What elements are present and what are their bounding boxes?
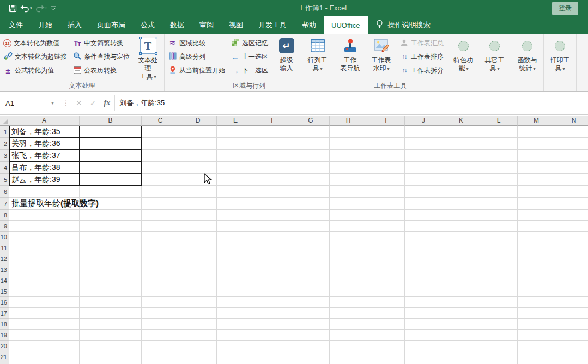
cell-K21[interactable] xyxy=(442,351,480,362)
cell-E10[interactable] xyxy=(217,232,254,242)
cell-F21[interactable] xyxy=(254,351,292,362)
ribbon-big-button-工作表水印[interactable]: 工作表水印▾ xyxy=(368,35,394,73)
cell-K15[interactable] xyxy=(442,286,480,297)
cell-K11[interactable] xyxy=(442,242,480,253)
cell-D1[interactable] xyxy=(179,126,217,138)
tab-公式[interactable]: 公式 xyxy=(133,16,162,34)
cell-K14[interactable] xyxy=(442,275,480,286)
cell-E9[interactable] xyxy=(217,221,254,232)
cell-B21[interactable] xyxy=(80,351,142,362)
cell-M1[interactable] xyxy=(518,126,555,138)
cell-M10[interactable] xyxy=(518,232,555,242)
cell-D17[interactable] xyxy=(179,308,217,319)
cell-A6[interactable] xyxy=(9,186,80,198)
cell-D12[interactable] xyxy=(179,253,217,264)
cell-B1[interactable] xyxy=(80,126,142,138)
cell-J5[interactable] xyxy=(405,174,442,186)
cell-N9[interactable] xyxy=(555,221,588,232)
column-header-C[interactable]: C xyxy=(142,116,179,126)
cell-D15[interactable] xyxy=(179,286,217,297)
column-header-H[interactable]: H xyxy=(330,116,367,126)
cell-I5[interactable] xyxy=(367,174,405,186)
cell-L11[interactable] xyxy=(480,242,518,253)
ribbon-big-button-文本处理工具[interactable]: T文本处理工具▾ xyxy=(135,35,161,81)
row-header-13[interactable]: 13 xyxy=(0,264,9,275)
cell-M18[interactable] xyxy=(518,319,555,330)
cell-H16[interactable] xyxy=(330,297,367,308)
cell-D19[interactable] xyxy=(179,330,217,341)
ribbon-button-下一选区[interactable]: →下一选区 xyxy=(231,65,268,75)
cell-G5[interactable] xyxy=(292,174,330,186)
cell-H13[interactable] xyxy=(330,264,367,275)
cell-K2[interactable] xyxy=(442,138,480,150)
cell-E14[interactable] xyxy=(217,275,254,286)
select-all-corner[interactable] xyxy=(0,116,9,126)
cell-J4[interactable] xyxy=(405,162,442,174)
ribbon-big-button-工作表导航[interactable]: 工作表导航 xyxy=(337,35,363,72)
cell-K16[interactable] xyxy=(442,297,480,308)
redo-button[interactable]: ▾ xyxy=(35,4,47,13)
cell-N5[interactable] xyxy=(555,174,588,186)
formula-bar-value[interactable]: 刘备，年龄:35 xyxy=(115,98,165,108)
cell-E7[interactable] xyxy=(217,198,254,210)
cell-J9[interactable] xyxy=(405,221,442,232)
cell-J13[interactable] xyxy=(405,264,442,275)
cell-J14[interactable] xyxy=(405,275,442,286)
cell-H6[interactable] xyxy=(330,186,367,198)
cell-L18[interactable] xyxy=(480,319,518,330)
row-header-15[interactable]: 15 xyxy=(0,286,9,297)
ribbon-big-button-其它工具[interactable]: 其它工具▾ xyxy=(482,35,507,73)
save-icon[interactable] xyxy=(9,4,17,13)
cell-I16[interactable] xyxy=(367,297,405,308)
cell-M15[interactable] xyxy=(518,286,555,297)
cell-B8[interactable] xyxy=(80,210,142,221)
cell-D4[interactable] xyxy=(179,162,217,174)
cell-A16[interactable] xyxy=(9,297,80,308)
cell-J7[interactable] xyxy=(405,198,442,210)
cell-H17[interactable] xyxy=(330,308,367,319)
cell-E4[interactable] xyxy=(217,162,254,174)
cell-F20[interactable] xyxy=(254,341,292,351)
cell-N7[interactable] xyxy=(555,198,588,210)
cell-B18[interactable] xyxy=(80,319,142,330)
cell-K4[interactable] xyxy=(442,162,480,174)
cell-E2[interactable] xyxy=(217,138,254,150)
cell-B13[interactable] xyxy=(80,264,142,275)
cell-B5[interactable] xyxy=(80,174,142,186)
cell-C17[interactable] xyxy=(142,308,179,319)
cell-A21[interactable] xyxy=(9,351,80,362)
cell-A2[interactable]: 关羽，年龄:36 xyxy=(9,138,80,150)
cell-E18[interactable] xyxy=(217,319,254,330)
cell-E15[interactable] xyxy=(217,286,254,297)
tab-数据[interactable]: 数据 xyxy=(162,16,192,34)
cell-C14[interactable] xyxy=(142,275,179,286)
cell-G11[interactable] xyxy=(292,242,330,253)
cell-G14[interactable] xyxy=(292,275,330,286)
cell-G8[interactable] xyxy=(292,210,330,221)
cell-E5[interactable] xyxy=(217,174,254,186)
cell-A17[interactable] xyxy=(9,308,80,319)
cell-E21[interactable] xyxy=(217,351,254,362)
cell-D18[interactable] xyxy=(179,319,217,330)
cell-J1[interactable] xyxy=(405,126,442,138)
cell-H14[interactable] xyxy=(330,275,367,286)
tab-UUOffice[interactable]: UUOffice xyxy=(324,16,368,34)
ribbon-button-文本转化为超链接[interactable]: 文本转化为超链接 xyxy=(3,52,67,62)
cell-D3[interactable] xyxy=(179,150,217,162)
cell-D10[interactable] xyxy=(179,232,217,242)
cell-C15[interactable] xyxy=(142,286,179,297)
cell-M9[interactable] xyxy=(518,221,555,232)
cell-I19[interactable] xyxy=(367,330,405,341)
cell-L3[interactable] xyxy=(480,150,518,162)
cell-B12[interactable] xyxy=(80,253,142,264)
cell-A12[interactable] xyxy=(9,253,80,264)
cell-M17[interactable] xyxy=(518,308,555,319)
cell-M5[interactable] xyxy=(518,174,555,186)
cell-D20[interactable] xyxy=(179,341,217,351)
tab-插入[interactable]: 插入 xyxy=(60,16,89,34)
cell-A1[interactable]: 刘备，年龄:35 xyxy=(9,126,80,138)
column-header-K[interactable]: K xyxy=(442,116,480,126)
ribbon-button-中文简繁转换[interactable]: Tт中文简繁转换 xyxy=(72,38,130,48)
cell-J8[interactable] xyxy=(405,210,442,221)
cell-K6[interactable] xyxy=(442,186,480,198)
